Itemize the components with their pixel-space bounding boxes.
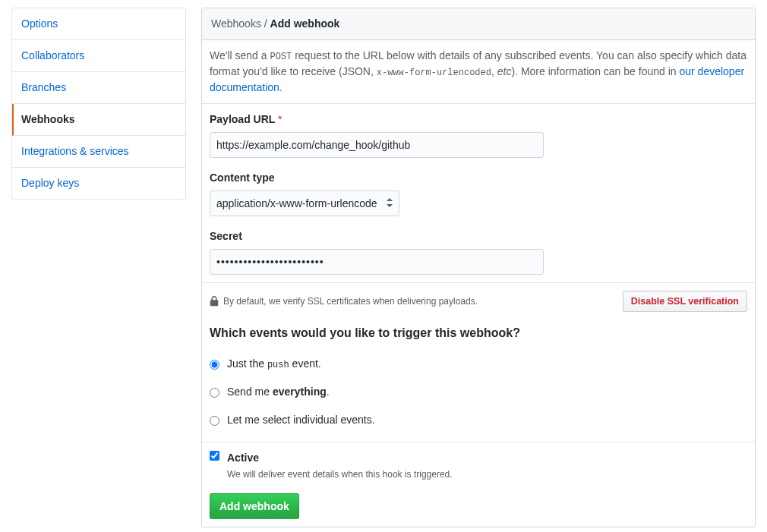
breadcrumb-current: Add webhook bbox=[270, 17, 340, 30]
event-radio-everything[interactable] bbox=[210, 388, 219, 398]
events-title: Which events would you like to trigger t… bbox=[210, 324, 747, 342]
add-webhook-button[interactable]: Add webhook bbox=[210, 493, 299, 519]
sidebar-item-webhooks[interactable]: Webhooks bbox=[12, 104, 185, 136]
secret-label: Secret bbox=[210, 228, 747, 244]
intro-text: We'll send a POST request to the URL bel… bbox=[210, 48, 747, 96]
event-radio-push-label[interactable]: Just the push event. bbox=[227, 356, 321, 372]
disable-ssl-button[interactable]: Disable SSL verification bbox=[623, 291, 747, 312]
content-type-label: Content type bbox=[210, 170, 747, 186]
active-label[interactable]: Active bbox=[227, 450, 453, 466]
sidebar-item-branches[interactable]: Branches bbox=[12, 72, 185, 104]
settings-sidebar: Options Collaborators Branches Webhooks … bbox=[11, 8, 186, 200]
payload-url-input[interactable] bbox=[210, 132, 544, 158]
sidebar-item-collaborators[interactable]: Collaborators bbox=[12, 40, 185, 72]
active-description: We will deliver event details when this … bbox=[227, 467, 453, 481]
ssl-note: By default, we verify SSL certificates w… bbox=[223, 294, 478, 308]
sidebar-item-deploy-keys[interactable]: Deploy keys bbox=[12, 168, 185, 199]
events-radio-group: Just the push event. Send me everything.… bbox=[210, 350, 747, 434]
required-indicator: * bbox=[278, 113, 282, 125]
event-radio-push[interactable] bbox=[210, 360, 219, 370]
main-panel: Webhooks / Add webhook We'll send a POST… bbox=[201, 8, 756, 527]
breadcrumb: Webhooks / Add webhook bbox=[202, 8, 755, 40]
event-radio-everything-label[interactable]: Send me everything. bbox=[227, 384, 330, 400]
event-radio-individual[interactable] bbox=[210, 416, 219, 426]
content-type-select[interactable]: application/x-www-form-urlencoded bbox=[210, 191, 399, 216]
secret-input[interactable] bbox=[210, 249, 544, 275]
active-checkbox[interactable] bbox=[210, 451, 219, 461]
payload-url-label: Payload URL * bbox=[210, 112, 747, 127]
sidebar-item-options[interactable]: Options bbox=[12, 8, 185, 40]
event-radio-individual-label[interactable]: Let me select individual events. bbox=[227, 412, 375, 428]
lock-icon bbox=[210, 296, 219, 307]
sidebar-item-integrations[interactable]: Integrations & services bbox=[12, 136, 185, 168]
breadcrumb-sep: / bbox=[261, 17, 270, 30]
breadcrumb-parent: Webhooks bbox=[211, 17, 261, 30]
